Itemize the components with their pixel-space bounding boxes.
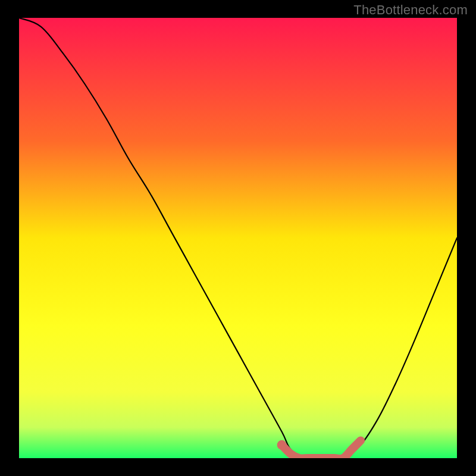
chart-svg bbox=[19, 18, 457, 458]
plot-area bbox=[19, 18, 457, 458]
chart-frame: TheBottleneck.com bbox=[0, 0, 476, 476]
watermark-label: TheBottleneck.com bbox=[353, 2, 468, 18]
minimum-start-dot bbox=[277, 440, 287, 450]
